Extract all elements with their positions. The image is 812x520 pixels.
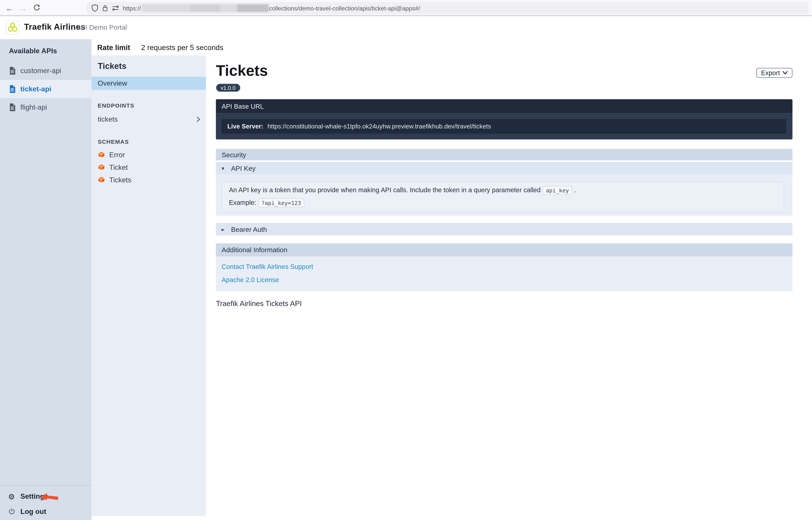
sidebar-item-flight-api[interactable]: flight-api	[0, 98, 92, 116]
schema-label: Error	[109, 151, 125, 159]
permissions-toggles-icon[interactable]	[112, 5, 119, 11]
api-base-url-header: API Base URL	[216, 99, 792, 113]
cube-icon	[98, 151, 105, 158]
document-icon	[9, 103, 16, 111]
logout-button[interactable]: Log out	[0, 504, 92, 519]
page-title: Tickets	[216, 62, 268, 80]
security-header: Security	[216, 149, 792, 160]
schemas-heading: SCHEMAS	[92, 126, 206, 145]
caret-down-icon: ▾	[222, 165, 227, 171]
annotation-arrow-icon	[40, 490, 59, 502]
api-key-param-code: api_key	[543, 186, 572, 194]
schema-item-ticket[interactable]: Ticket	[92, 161, 206, 174]
api-base-url-panel: API Base URL Live Server: https://consti…	[216, 99, 792, 139]
main-content: Tickets v1.0.0 Export API Base URL Live …	[206, 55, 812, 520]
api-key-accordion-body: An API key is a token that you provide w…	[216, 174, 792, 216]
endpoints-heading: ENDPOINTS	[92, 90, 206, 109]
api-nav-title: Tickets	[92, 55, 206, 71]
power-icon	[7, 508, 16, 515]
portal-header: Traefik Airlines API Demo Portal	[0, 16, 812, 39]
live-server-row: Live Server: https://constitutional-whal…	[222, 119, 786, 134]
browser-reload-icon[interactable]	[30, 2, 43, 14]
app-root: ← → https://collections/demo-travel-coll…	[0, 0, 812, 520]
api-key-label: API Key	[231, 164, 256, 172]
security-section: Security ▾ API Key An API key is a token…	[216, 149, 792, 235]
export-button[interactable]: Export	[756, 68, 792, 78]
traefik-logo	[6, 21, 19, 34]
sidebar-item-label: flight-api	[20, 103, 47, 111]
apache-license-link[interactable]: Apache 2.0 License	[222, 276, 787, 283]
api-key-example: Example:?api_key=123	[229, 199, 777, 207]
sidebar-item-label: customer-api	[20, 67, 61, 75]
brand-subtitle: API Demo Portal	[76, 23, 127, 31]
api-base-url-body: Live Server: https://constitutional-whal…	[216, 113, 792, 139]
api-key-accordion-toggle[interactable]: ▾ API Key	[216, 162, 792, 175]
settings-button[interactable]: ⚙ Settings	[0, 489, 92, 504]
api-key-accordion: ▾ API Key An API key is a token that you…	[216, 162, 792, 216]
rate-limit-value: 2 requests per 5 seconds	[141, 43, 223, 51]
live-server-label: Live Server:	[227, 123, 264, 130]
api-nav-sidebar: Tickets Overview ENDPOINTS tickets SCHEM…	[92, 55, 206, 516]
lock-icon[interactable]	[102, 4, 108, 12]
document-icon	[9, 85, 16, 93]
nav-item-tickets-endpoint[interactable]: tickets	[92, 113, 206, 126]
chevron-down-icon	[783, 71, 788, 75]
api-key-description-box: An API key is a token that you provide w…	[222, 182, 784, 212]
api-key-example-code: ?api_key=123	[259, 198, 304, 207]
endpoint-label: tickets	[98, 115, 118, 123]
apis-sidebar: Available APIs customer-api ticket-api	[0, 39, 92, 520]
schema-label: Tickets	[109, 176, 131, 183]
rate-limit-bar: Rate limit 2 requests per 5 seconds	[92, 39, 812, 55]
sidebar-item-label: ticket-api	[20, 85, 51, 93]
browser-forward-icon[interactable]: →	[17, 2, 29, 14]
api-key-description: An API key is a token that you provide w…	[229, 186, 777, 194]
caret-right-icon: ▸	[222, 226, 227, 232]
gear-icon: ⚙	[7, 492, 16, 501]
nav-item-overview[interactable]: Overview	[92, 77, 206, 90]
bearer-auth-label: Bearer Auth	[231, 225, 267, 233]
contact-support-link[interactable]: Contact Traefik Airlines Support	[222, 263, 787, 270]
sidebar-item-customer-api[interactable]: customer-api	[0, 62, 92, 80]
available-apis-heading: Available APIs	[0, 39, 92, 62]
rate-limit-label: Rate limit	[97, 43, 130, 51]
api-description-text: Traefik Airlines Tickets API	[216, 299, 302, 308]
schema-item-tickets[interactable]: Tickets	[92, 174, 206, 186]
additional-information-body: Contact Traefik Airlines Support Apache …	[216, 256, 792, 291]
version-badge: v1.0.0	[216, 83, 240, 92]
browser-toolbar: ← → https://collections/demo-travel-coll…	[0, 0, 812, 16]
schema-item-error[interactable]: Error	[92, 148, 206, 161]
sidebar-item-ticket-api[interactable]: ticket-api	[0, 80, 92, 98]
url-text: https://collections/demo-travel-collecti…	[123, 4, 420, 12]
browser-back-icon[interactable]: ←	[3, 2, 16, 14]
browser-url-bar[interactable]: https://collections/demo-travel-collecti…	[87, 2, 809, 14]
bearer-auth-accordion-toggle[interactable]: ▸ Bearer Auth	[216, 223, 792, 236]
schemas-list: Error Ticket Tickets	[92, 148, 206, 186]
schema-label: Ticket	[109, 163, 128, 171]
live-server-url: https://constitutional-whale-s1tpfo.ok24…	[268, 123, 491, 130]
additional-information-header: Additional Information	[216, 243, 792, 257]
document-icon	[9, 67, 16, 75]
chevron-right-icon	[196, 116, 201, 122]
cube-icon	[98, 163, 105, 171]
redacted-url-segment	[141, 4, 268, 12]
additional-information-section: Additional Information Contact Traefik A…	[216, 243, 792, 291]
shield-icon[interactable]	[92, 4, 98, 12]
export-label: Export	[761, 69, 780, 77]
sidebar-footer: ⚙ Settings Log out	[0, 485, 92, 520]
logout-label: Log out	[20, 508, 46, 515]
cube-icon	[98, 176, 105, 183]
